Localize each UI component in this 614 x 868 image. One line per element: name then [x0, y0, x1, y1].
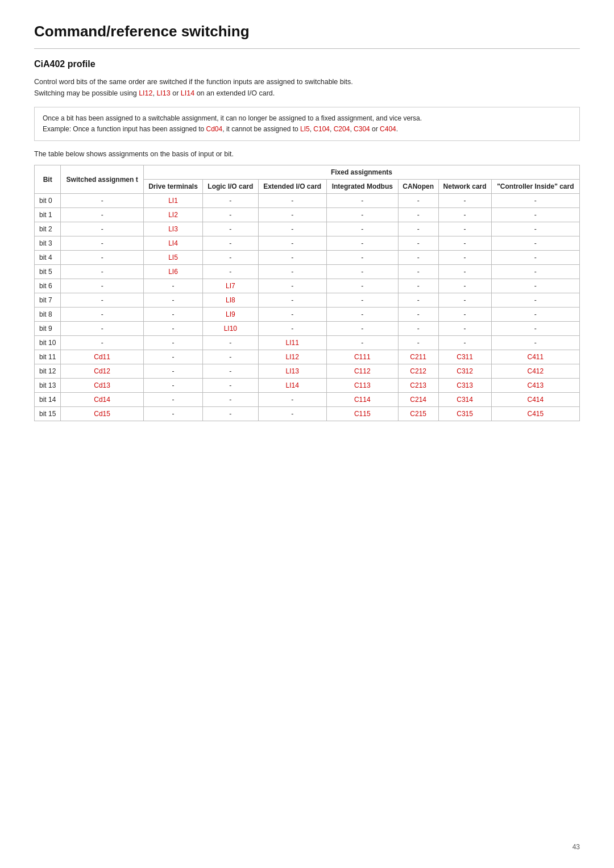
switched-cell: -: [61, 265, 143, 279]
bit-cell: bit 9: [35, 322, 61, 336]
drive-cell: LI6: [143, 265, 202, 279]
controller-cell: -: [491, 336, 579, 350]
col-logic-header: Logic I/O card: [203, 180, 258, 194]
canopen-cell: -: [398, 336, 438, 350]
integrated-cell: -: [326, 236, 398, 251]
network-cell: -: [438, 208, 491, 222]
controller-cell: -: [491, 194, 579, 208]
integrated-cell: C112: [326, 364, 398, 379]
logic-cell: -: [203, 194, 258, 208]
extended-cell: -: [258, 251, 326, 265]
extended-cell: -: [258, 279, 326, 293]
extended-cell: -: [258, 208, 326, 222]
page-number: 43: [572, 843, 580, 851]
integrated-cell: -: [326, 222, 398, 236]
col-drive-header: Drive terminals: [143, 180, 202, 194]
canopen-cell: -: [398, 279, 438, 293]
integrated-cell: -: [326, 208, 398, 222]
canopen-cell: C213: [398, 379, 438, 393]
controller-cell: C415: [491, 407, 579, 421]
extended-cell: -: [258, 308, 326, 322]
table-row: bit 4 - LI5 - - - - - -: [35, 251, 580, 265]
logic-cell: LI8: [203, 293, 258, 308]
switched-cell: -: [61, 279, 143, 293]
switched-cell: -: [61, 322, 143, 336]
canopen-cell: -: [398, 194, 438, 208]
drive-cell: -: [143, 293, 202, 308]
bit-cell: bit 8: [35, 308, 61, 322]
switched-cell: Cd15: [61, 407, 143, 421]
logic-cell: -: [203, 251, 258, 265]
canopen-cell: C214: [398, 393, 438, 407]
switched-cell: Cd12: [61, 364, 143, 379]
switched-cell: -: [61, 308, 143, 322]
table-row: bit 1 - LI2 - - - - - -: [35, 208, 580, 222]
note-link-c404: C404: [380, 125, 396, 133]
table-row: bit 9 - - LI10 - - - - -: [35, 322, 580, 336]
note-link-c104: C104: [313, 125, 330, 133]
bit-cell: bit 6: [35, 279, 61, 293]
note-link-li5: LI5: [300, 125, 310, 133]
bit-cell: bit 13: [35, 379, 61, 393]
integrated-cell: -: [326, 194, 398, 208]
canopen-cell: C211: [398, 350, 438, 364]
bit-cell: bit 7: [35, 293, 61, 308]
logic-cell: -: [203, 236, 258, 251]
table-row: bit 10 - - - LI11 - - - -: [35, 336, 580, 350]
logic-cell: LI9: [203, 308, 258, 322]
switched-cell: -: [61, 194, 143, 208]
fixed-assignments-header: Fixed assignments: [143, 165, 579, 180]
switched-cell: -: [61, 293, 143, 308]
integrated-cell: C114: [326, 393, 398, 407]
col-integrated-header: Integrated Modbus: [326, 180, 398, 194]
canopen-cell: -: [398, 236, 438, 251]
drive-cell: LI1: [143, 194, 202, 208]
bit-cell: bit 1: [35, 208, 61, 222]
integrated-cell: -: [326, 336, 398, 350]
controller-cell: C411: [491, 350, 579, 364]
drive-cell: -: [143, 308, 202, 322]
controller-cell: C412: [491, 364, 579, 379]
table-row: bit 7 - - LI8 - - - - -: [35, 293, 580, 308]
controller-cell: -: [491, 236, 579, 251]
network-cell: -: [438, 279, 491, 293]
table-row: bit 0 - LI1 - - - - - -: [35, 194, 580, 208]
table-row: bit 5 - LI6 - - - - - -: [35, 265, 580, 279]
network-cell: C311: [438, 350, 491, 364]
col-canopen-header: CANopen: [398, 180, 438, 194]
table-row: bit 6 - - LI7 - - - - -: [35, 279, 580, 293]
table-row: bit 13 Cd13 - - LI14 C113 C213 C313 C413: [35, 379, 580, 393]
integrated-cell: C113: [326, 379, 398, 393]
col-bit-header: Bit: [35, 165, 61, 194]
table-row: bit 14 Cd14 - - - C114 C214 C314 C414: [35, 393, 580, 407]
extended-cell: -: [258, 407, 326, 421]
extended-cell: -: [258, 293, 326, 308]
switched-cell: Cd14: [61, 393, 143, 407]
network-cell: -: [438, 194, 491, 208]
integrated-cell: -: [326, 308, 398, 322]
note-link-c304: C304: [354, 125, 370, 133]
integrated-cell: -: [326, 279, 398, 293]
bit-cell: bit 2: [35, 222, 61, 236]
drive-cell: -: [143, 364, 202, 379]
note-box: Once a bit has been assigned to a switch…: [34, 107, 580, 141]
drive-cell: LI5: [143, 251, 202, 265]
extended-cell: -: [258, 236, 326, 251]
network-cell: C313: [438, 379, 491, 393]
logic-cell: -: [203, 336, 258, 350]
bit-cell: bit 0: [35, 194, 61, 208]
controller-cell: -: [491, 208, 579, 222]
extended-cell: -: [258, 194, 326, 208]
switched-cell: Cd13: [61, 379, 143, 393]
network-cell: -: [438, 265, 491, 279]
extended-cell: LI12: [258, 350, 326, 364]
integrated-cell: -: [326, 322, 398, 336]
switched-cell: -: [61, 208, 143, 222]
switched-cell: -: [61, 251, 143, 265]
canopen-cell: C212: [398, 364, 438, 379]
switched-cell: Cd11: [61, 350, 143, 364]
bit-cell: bit 5: [35, 265, 61, 279]
canopen-cell: -: [398, 208, 438, 222]
network-cell: C315: [438, 407, 491, 421]
integrated-cell: -: [326, 251, 398, 265]
